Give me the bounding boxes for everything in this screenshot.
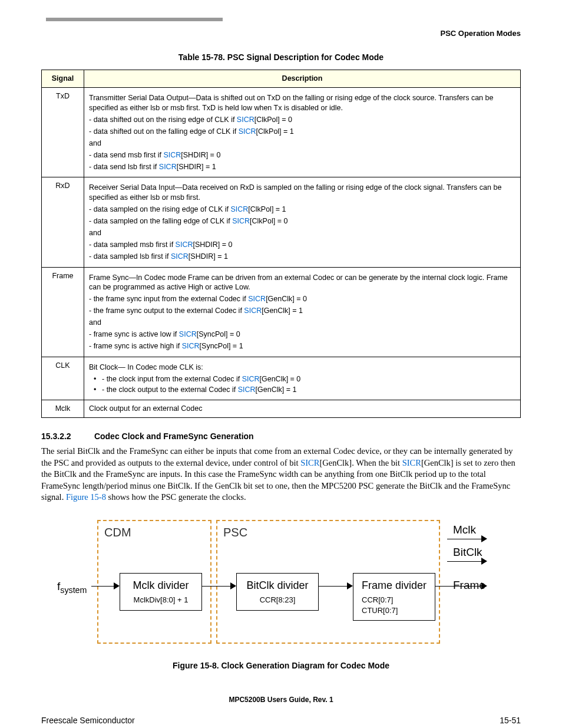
desc-text: - frame sync is active low if SICR[SyncP… bbox=[89, 330, 515, 340]
sicr-link[interactable]: SICR bbox=[238, 386, 256, 394]
clock-diagram: CDM PSC fsystem Mclk divider MclkDiv[8:0… bbox=[57, 520, 505, 644]
node-sub: MclkDiv[8:0] + 1 bbox=[126, 595, 196, 605]
cell-desc: Transmitter Serial Data Output—Data is s… bbox=[84, 88, 521, 177]
sicr-link[interactable]: SICR bbox=[232, 217, 250, 225]
node-title: Mclk divider bbox=[126, 578, 196, 592]
sicr-link[interactable]: SICR bbox=[239, 127, 256, 136]
cell-signal: CLK bbox=[42, 357, 84, 400]
desc-text: Receiver Serial Data Input—Data received… bbox=[89, 183, 515, 203]
table-row: TxD Transmitter Serial Data Output—Data … bbox=[42, 88, 521, 177]
sicr-link[interactable]: SICR bbox=[171, 252, 189, 261]
desc-text: - data sampled on the rising edge of CLK… bbox=[89, 205, 515, 215]
arrow-line bbox=[202, 586, 232, 587]
mclk-divider-node: Mclk divider MclkDiv[8:0] + 1 bbox=[120, 573, 202, 611]
sicr-link[interactable]: SICR bbox=[230, 205, 248, 213]
frame-output-label: Frame bbox=[453, 578, 485, 593]
arrow-head-icon bbox=[481, 558, 487, 565]
fsystem-label: fsystem bbox=[57, 579, 87, 596]
arrow-head-icon bbox=[481, 582, 487, 589]
section-number: 15.3.2.2 bbox=[41, 431, 92, 442]
figure-ref-link[interactable]: Figure 15-8 bbox=[66, 492, 106, 502]
frame-divider-node: Frame divider CCR[0:7] CTUR[0:7] bbox=[353, 573, 435, 621]
desc-text: Frame Sync—In Codec mode Frame can be dr… bbox=[89, 273, 515, 293]
cdm-label: CDM bbox=[104, 525, 131, 541]
sicr-link[interactable]: SICR bbox=[176, 241, 193, 249]
arrow-line bbox=[91, 586, 115, 587]
desc-text: and bbox=[89, 139, 515, 149]
desc-text: and bbox=[89, 228, 515, 238]
sicr-link[interactable]: SICR bbox=[300, 458, 319, 467]
desc-text: Bit Clock— In Codec mode CLK is: bbox=[89, 363, 515, 373]
list-item: - the clock input from the external Code… bbox=[102, 374, 515, 384]
desc-text: - data sampled msb first if SICR[SHDIR] … bbox=[89, 240, 515, 250]
arrow-line bbox=[435, 586, 482, 587]
footer-left: Freescale Semiconductor bbox=[41, 715, 135, 726]
cell-desc: Receiver Serial Data Input—Data received… bbox=[84, 177, 521, 267]
cell-signal: RxD bbox=[42, 177, 84, 267]
arrow-head-icon bbox=[114, 582, 120, 589]
arrow-line bbox=[447, 539, 482, 539]
cell-signal: Frame bbox=[42, 267, 84, 357]
sicr-link[interactable]: SICR bbox=[402, 458, 421, 467]
th-description: Description bbox=[84, 70, 521, 88]
bitclk-divider-node: BitClk divider CCR[8:23] bbox=[236, 573, 319, 611]
desc-text: - frame sync is active high if SICR[Sync… bbox=[89, 341, 515, 351]
bitclk-output-label: BitClk bbox=[453, 545, 482, 560]
node-title: Frame divider bbox=[359, 578, 429, 592]
desc-text: - data sampled lsb first if SICR[SHDIR] … bbox=[89, 252, 515, 262]
arrow-head-icon bbox=[347, 582, 353, 589]
arrow-head-icon bbox=[481, 535, 487, 542]
sicr-link[interactable]: SICR bbox=[237, 116, 254, 124]
list-item: - the clock output to the external Codec… bbox=[102, 385, 515, 395]
psc-label: PSC bbox=[223, 525, 247, 541]
arrow-head-icon bbox=[230, 582, 236, 589]
sicr-link[interactable]: SICR bbox=[159, 163, 177, 171]
running-header: PSC Operation Modes bbox=[41, 28, 521, 39]
desc-text: - data sampled on the falling edge of CL… bbox=[89, 216, 515, 226]
footer-doc-title: MPC5200B Users Guide, Rev. 1 bbox=[41, 695, 521, 704]
sicr-link[interactable]: SICR bbox=[163, 151, 181, 159]
desc-text: - the frame sync output to the external … bbox=[89, 306, 515, 316]
mclk-output-label: Mclk bbox=[453, 522, 476, 538]
node-sub: CCR[0:7] bbox=[359, 595, 429, 605]
cell-desc: Bit Clock— In Codec mode CLK is: - the c… bbox=[84, 357, 521, 400]
table-caption: Table 15-78. PSC Signal Description for … bbox=[41, 52, 521, 63]
table-row: CLK Bit Clock— In Codec mode CLK is: - t… bbox=[42, 357, 521, 400]
desc-text: and bbox=[89, 318, 515, 328]
desc-text: Transmitter Serial Data Output—Data is s… bbox=[89, 93, 515, 113]
cell-desc: Clock output for an external Codec bbox=[84, 400, 521, 418]
desc-text: - data send msb first if SICR[SHDIR] = 0 bbox=[89, 150, 515, 160]
desc-text: - data shifted out on the rising edge of… bbox=[89, 115, 515, 125]
figure: CDM PSC fsystem Mclk divider MclkDiv[8:0… bbox=[41, 520, 521, 671]
sicr-link[interactable]: SICR bbox=[242, 375, 260, 383]
table-row: Mclk Clock output for an external Codec bbox=[42, 400, 521, 418]
arrow-line bbox=[447, 561, 482, 562]
sicr-link[interactable]: SICR bbox=[244, 307, 262, 315]
cell-signal: TxD bbox=[42, 88, 84, 177]
sicr-link[interactable]: SICR bbox=[182, 342, 200, 350]
header-bar bbox=[46, 18, 223, 21]
sicr-link[interactable]: SICR bbox=[248, 295, 266, 303]
desc-text: - data send lsb first if SICR[SHDIR] = 1 bbox=[89, 162, 515, 172]
footer-right-page: 15-51 bbox=[500, 715, 521, 726]
node-sub: CCR[8:23] bbox=[243, 595, 312, 605]
signal-table: Signal Description TxD Transmitter Seria… bbox=[41, 70, 521, 418]
table-row: RxD Receiver Serial Data Input—Data rece… bbox=[42, 177, 521, 267]
arrow-line bbox=[319, 586, 348, 587]
sicr-link[interactable]: SICR bbox=[179, 330, 197, 338]
figure-caption: Figure 15-8. Clock Generation Diagram fo… bbox=[41, 660, 521, 671]
cell-signal: Mclk bbox=[42, 400, 84, 418]
desc-text: - data shifted out on the falling edge o… bbox=[89, 127, 515, 137]
cell-desc: Frame Sync—In Codec mode Frame can be dr… bbox=[84, 267, 521, 357]
th-signal: Signal bbox=[42, 70, 84, 88]
bullet-list: - the clock input from the external Code… bbox=[89, 374, 515, 396]
node-sub: CTUR[0:7] bbox=[359, 605, 429, 616]
node-title: BitClk divider bbox=[243, 578, 312, 592]
section-heading: 15.3.2.2 Codec Clock and FrameSync Gener… bbox=[41, 431, 521, 442]
body-paragraph: The serial BitClk and the FrameSync can … bbox=[41, 446, 521, 503]
desc-text: - the frame sync input from the external… bbox=[89, 294, 515, 304]
section-title: Codec Clock and FrameSync Generation bbox=[94, 431, 254, 441]
footer-row: Freescale Semiconductor 15-51 bbox=[41, 715, 521, 726]
table-row: Frame Frame Sync—In Codec mode Frame can… bbox=[42, 267, 521, 357]
